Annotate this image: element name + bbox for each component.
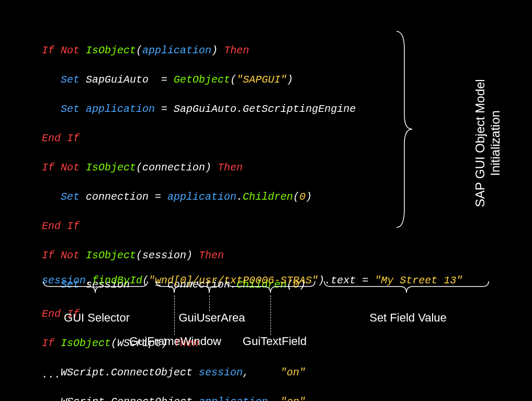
ellipsis-bottom: ... [42, 369, 61, 381]
kw-if: If [42, 44, 54, 56]
label-gui-frame: GuiFrameWindow [128, 335, 222, 348]
underbrace-setfield [323, 280, 490, 295]
kw-then: Then [224, 44, 249, 56]
underbrace-gui-selector [42, 280, 149, 295]
underbrace-usr [196, 280, 222, 295]
side-annotation: SAP GUI Object Model Initialization [473, 79, 503, 207]
label-gui-text: GuiTextField [235, 335, 314, 348]
dash-line [270, 295, 271, 335]
underbrace-wnd [155, 280, 194, 295]
underbrace-txtfield [225, 280, 316, 295]
kw-not: Not [61, 44, 80, 56]
label-gui-user: GuiUserArea [175, 311, 248, 325]
fn-isobject: IsObject [86, 44, 136, 56]
dash-line [174, 295, 175, 335]
kw-set: Set [61, 74, 80, 86]
label-set-field: Set Field Value [356, 311, 460, 325]
dash-line [209, 295, 210, 311]
label-gui-selector: GUI Selector [58, 311, 136, 325]
right-brace-icon [391, 29, 417, 233]
